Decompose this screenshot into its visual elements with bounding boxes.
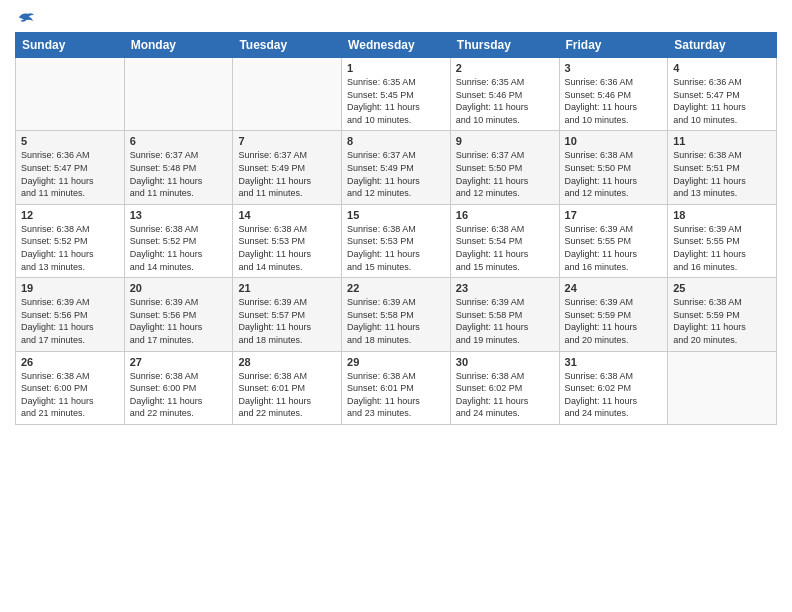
day-number: 1	[347, 62, 445, 74]
calendar-cell: 31Sunrise: 6:38 AMSunset: 6:02 PMDayligh…	[559, 351, 668, 424]
weekday-header-thursday: Thursday	[450, 33, 559, 58]
day-number: 12	[21, 209, 119, 221]
logo	[15, 10, 35, 24]
calendar-cell: 5Sunrise: 6:36 AMSunset: 5:47 PMDaylight…	[16, 131, 125, 204]
day-number: 13	[130, 209, 228, 221]
calendar-cell: 13Sunrise: 6:38 AMSunset: 5:52 PMDayligh…	[124, 204, 233, 277]
calendar-cell: 11Sunrise: 6:38 AMSunset: 5:51 PMDayligh…	[668, 131, 777, 204]
day-number: 31	[565, 356, 663, 368]
calendar-cell: 2Sunrise: 6:35 AMSunset: 5:46 PMDaylight…	[450, 58, 559, 131]
cell-text: Sunrise: 6:39 AMSunset: 5:58 PMDaylight:…	[456, 296, 554, 346]
calendar-cell: 1Sunrise: 6:35 AMSunset: 5:45 PMDaylight…	[342, 58, 451, 131]
calendar-cell: 23Sunrise: 6:39 AMSunset: 5:58 PMDayligh…	[450, 278, 559, 351]
cell-text: Sunrise: 6:38 AMSunset: 6:01 PMDaylight:…	[238, 370, 336, 420]
cell-text: Sunrise: 6:35 AMSunset: 5:46 PMDaylight:…	[456, 76, 554, 126]
cell-text: Sunrise: 6:38 AMSunset: 5:53 PMDaylight:…	[347, 223, 445, 273]
calendar-cell: 20Sunrise: 6:39 AMSunset: 5:56 PMDayligh…	[124, 278, 233, 351]
calendar-cell: 30Sunrise: 6:38 AMSunset: 6:02 PMDayligh…	[450, 351, 559, 424]
cell-text: Sunrise: 6:38 AMSunset: 5:51 PMDaylight:…	[673, 149, 771, 199]
cell-text: Sunrise: 6:38 AMSunset: 5:52 PMDaylight:…	[21, 223, 119, 273]
calendar-cell: 25Sunrise: 6:38 AMSunset: 5:59 PMDayligh…	[668, 278, 777, 351]
day-number: 20	[130, 282, 228, 294]
cell-text: Sunrise: 6:39 AMSunset: 5:59 PMDaylight:…	[565, 296, 663, 346]
cell-text: Sunrise: 6:36 AMSunset: 5:47 PMDaylight:…	[673, 76, 771, 126]
calendar-cell: 7Sunrise: 6:37 AMSunset: 5:49 PMDaylight…	[233, 131, 342, 204]
cell-text: Sunrise: 6:37 AMSunset: 5:49 PMDaylight:…	[347, 149, 445, 199]
weekday-header-friday: Friday	[559, 33, 668, 58]
day-number: 30	[456, 356, 554, 368]
day-number: 25	[673, 282, 771, 294]
cell-text: Sunrise: 6:36 AMSunset: 5:47 PMDaylight:…	[21, 149, 119, 199]
cell-text: Sunrise: 6:37 AMSunset: 5:48 PMDaylight:…	[130, 149, 228, 199]
week-row-5: 26Sunrise: 6:38 AMSunset: 6:00 PMDayligh…	[16, 351, 777, 424]
day-number: 7	[238, 135, 336, 147]
cell-text: Sunrise: 6:38 AMSunset: 6:00 PMDaylight:…	[21, 370, 119, 420]
calendar-cell: 28Sunrise: 6:38 AMSunset: 6:01 PMDayligh…	[233, 351, 342, 424]
calendar-cell: 10Sunrise: 6:38 AMSunset: 5:50 PMDayligh…	[559, 131, 668, 204]
day-number: 24	[565, 282, 663, 294]
day-number: 9	[456, 135, 554, 147]
calendar-cell	[233, 58, 342, 131]
calendar-cell: 26Sunrise: 6:38 AMSunset: 6:00 PMDayligh…	[16, 351, 125, 424]
cell-text: Sunrise: 6:37 AMSunset: 5:50 PMDaylight:…	[456, 149, 554, 199]
weekday-header-monday: Monday	[124, 33, 233, 58]
day-number: 3	[565, 62, 663, 74]
calendar-cell: 4Sunrise: 6:36 AMSunset: 5:47 PMDaylight…	[668, 58, 777, 131]
day-number: 6	[130, 135, 228, 147]
weekday-header-sunday: Sunday	[16, 33, 125, 58]
calendar-cell: 24Sunrise: 6:39 AMSunset: 5:59 PMDayligh…	[559, 278, 668, 351]
week-row-4: 19Sunrise: 6:39 AMSunset: 5:56 PMDayligh…	[16, 278, 777, 351]
day-number: 22	[347, 282, 445, 294]
logo-bird-icon	[17, 10, 35, 24]
cell-text: Sunrise: 6:35 AMSunset: 5:45 PMDaylight:…	[347, 76, 445, 126]
day-number: 8	[347, 135, 445, 147]
day-number: 17	[565, 209, 663, 221]
day-number: 11	[673, 135, 771, 147]
calendar-cell: 21Sunrise: 6:39 AMSunset: 5:57 PMDayligh…	[233, 278, 342, 351]
calendar-cell: 12Sunrise: 6:38 AMSunset: 5:52 PMDayligh…	[16, 204, 125, 277]
day-number: 14	[238, 209, 336, 221]
cell-text: Sunrise: 6:37 AMSunset: 5:49 PMDaylight:…	[238, 149, 336, 199]
cell-text: Sunrise: 6:39 AMSunset: 5:56 PMDaylight:…	[130, 296, 228, 346]
day-number: 26	[21, 356, 119, 368]
day-number: 21	[238, 282, 336, 294]
weekday-header-tuesday: Tuesday	[233, 33, 342, 58]
cell-text: Sunrise: 6:38 AMSunset: 5:54 PMDaylight:…	[456, 223, 554, 273]
calendar-cell: 19Sunrise: 6:39 AMSunset: 5:56 PMDayligh…	[16, 278, 125, 351]
weekday-header-wednesday: Wednesday	[342, 33, 451, 58]
cell-text: Sunrise: 6:38 AMSunset: 6:00 PMDaylight:…	[130, 370, 228, 420]
cell-text: Sunrise: 6:39 AMSunset: 5:56 PMDaylight:…	[21, 296, 119, 346]
week-row-3: 12Sunrise: 6:38 AMSunset: 5:52 PMDayligh…	[16, 204, 777, 277]
day-number: 15	[347, 209, 445, 221]
cell-text: Sunrise: 6:38 AMSunset: 5:50 PMDaylight:…	[565, 149, 663, 199]
calendar-cell: 6Sunrise: 6:37 AMSunset: 5:48 PMDaylight…	[124, 131, 233, 204]
calendar-cell: 18Sunrise: 6:39 AMSunset: 5:55 PMDayligh…	[668, 204, 777, 277]
page: SundayMondayTuesdayWednesdayThursdayFrid…	[0, 0, 792, 612]
calendar-cell: 14Sunrise: 6:38 AMSunset: 5:53 PMDayligh…	[233, 204, 342, 277]
day-number: 29	[347, 356, 445, 368]
calendar-cell: 3Sunrise: 6:36 AMSunset: 5:46 PMDaylight…	[559, 58, 668, 131]
calendar-cell: 22Sunrise: 6:39 AMSunset: 5:58 PMDayligh…	[342, 278, 451, 351]
day-number: 2	[456, 62, 554, 74]
cell-text: Sunrise: 6:39 AMSunset: 5:57 PMDaylight:…	[238, 296, 336, 346]
calendar-cell: 27Sunrise: 6:38 AMSunset: 6:00 PMDayligh…	[124, 351, 233, 424]
day-number: 19	[21, 282, 119, 294]
day-number: 23	[456, 282, 554, 294]
week-row-1: 1Sunrise: 6:35 AMSunset: 5:45 PMDaylight…	[16, 58, 777, 131]
weekday-header-row: SundayMondayTuesdayWednesdayThursdayFrid…	[16, 33, 777, 58]
cell-text: Sunrise: 6:38 AMSunset: 5:59 PMDaylight:…	[673, 296, 771, 346]
day-number: 10	[565, 135, 663, 147]
day-number: 28	[238, 356, 336, 368]
day-number: 5	[21, 135, 119, 147]
weekday-header-saturday: Saturday	[668, 33, 777, 58]
calendar-cell	[124, 58, 233, 131]
cell-text: Sunrise: 6:38 AMSunset: 5:53 PMDaylight:…	[238, 223, 336, 273]
cell-text: Sunrise: 6:38 AMSunset: 6:01 PMDaylight:…	[347, 370, 445, 420]
calendar-cell: 8Sunrise: 6:37 AMSunset: 5:49 PMDaylight…	[342, 131, 451, 204]
week-row-2: 5Sunrise: 6:36 AMSunset: 5:47 PMDaylight…	[16, 131, 777, 204]
cell-text: Sunrise: 6:36 AMSunset: 5:46 PMDaylight:…	[565, 76, 663, 126]
header	[15, 10, 777, 24]
calendar-cell: 9Sunrise: 6:37 AMSunset: 5:50 PMDaylight…	[450, 131, 559, 204]
calendar-cell: 15Sunrise: 6:38 AMSunset: 5:53 PMDayligh…	[342, 204, 451, 277]
cell-text: Sunrise: 6:39 AMSunset: 5:58 PMDaylight:…	[347, 296, 445, 346]
